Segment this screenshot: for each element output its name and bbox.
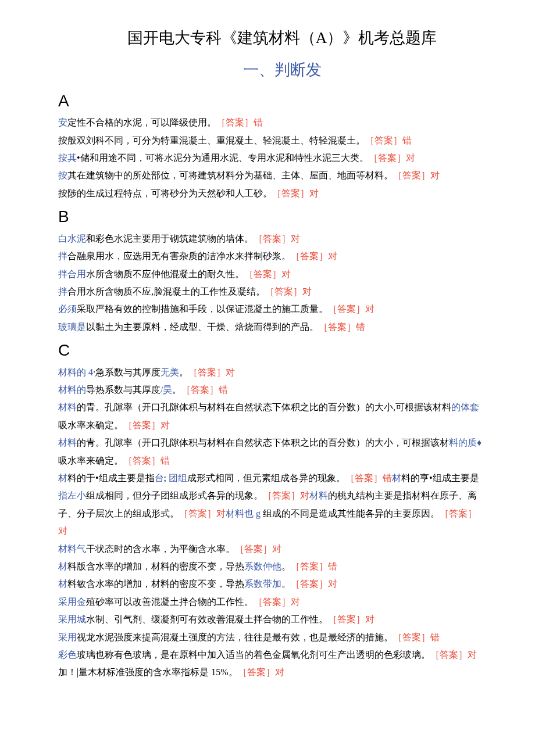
section-heading: B xyxy=(58,207,483,227)
question-line: 拌合融泉用水，应选用无有害杂质的洁净水来拌制砂浆。［答案］对 xyxy=(58,248,483,265)
question-text: 无美 xyxy=(160,367,179,377)
question-text: 安 xyxy=(58,117,67,127)
question-text: 系数仲他 xyxy=(244,561,281,571)
question-text: 殖砂率可以改善混凝土拌合物的工作性。 xyxy=(86,597,254,607)
question-text: 台 xyxy=(155,473,164,483)
question-text: 拌 xyxy=(58,286,67,296)
question-line: 必须采取严格有效的控制措施和手段，以保证混凝土的施工质量。［答案］对 xyxy=(58,300,483,318)
question-text: 材料也 g xyxy=(226,508,263,518)
question-line: 材料的导热系数与其厚度/昊。［答案］错 xyxy=(58,381,483,399)
answer-text: ［答案］对 xyxy=(291,251,337,261)
answer-text: ［答案］对 xyxy=(254,234,300,243)
answer-text: ［答案］对 xyxy=(265,286,312,296)
answer-text: ［答案］对 xyxy=(179,508,226,518)
question-text: 。 xyxy=(281,579,291,589)
question-text: 白水泥 xyxy=(58,234,86,243)
question-text: 的青。孔隙率（开口孔隙体积与材料在自然状态下体积之比的百分数）的大小，可根据该材 xyxy=(77,438,449,447)
question-text: 按般 xyxy=(58,135,77,145)
question-text: 加！|量木材标准强度的含水率指标是 15%。 xyxy=(58,667,238,677)
section-heading: C xyxy=(58,341,483,360)
answer-text: ［答案］错 xyxy=(181,385,228,395)
answer-text: ［答案］对 xyxy=(254,597,300,607)
question-text: 材料 xyxy=(58,402,77,412)
question-line: 材料的 4·急系数与其厚度无美。［答案］对 xyxy=(58,364,483,381)
question-text: 材料 xyxy=(58,438,77,447)
question-text: 材料的 4 xyxy=(58,367,93,377)
question-text: 和彩色水泥主要用于砌筑建筑物的墙体。 xyxy=(86,234,254,243)
question-text: 材料气 xyxy=(58,544,86,554)
question-text: 必须 xyxy=(58,304,77,314)
answer-text: ［答案］对 xyxy=(328,304,374,314)
question-text: 料敏含水率的增加，材料的密度不变，导热 xyxy=(67,579,244,589)
section-heading: A xyxy=(58,91,483,111)
question-line: 材料版含水率的增加，材料的密度不变，导热系数仲他。［答案］错 xyxy=(58,558,483,575)
question-text: •储和用途不同，可将水泥分为通用水泥、专用水泥和特性水泥三大类。 xyxy=(77,153,369,163)
question-line: 玻璃是以黏土为主要原料，经成型、干燥、焙烧而得到的产品。［答案］错 xyxy=(58,318,483,336)
answer-text: ［答案］错 xyxy=(291,561,337,571)
question-text: 按 xyxy=(58,170,67,180)
question-text: 拌 xyxy=(58,251,67,261)
question-line: 材料气干状态时的含水率，为平衡含水率。［答案］对 xyxy=(58,540,483,558)
question-text: 材料的 xyxy=(58,385,86,395)
answer-text: ［答案］对 xyxy=(238,667,284,677)
question-text: 组成相同，但分子团组成形式各异的现象。 xyxy=(86,490,263,500)
answer-text: ［答案］对 xyxy=(188,367,235,377)
question-text: 合用水所含物质不应,脸混凝土的工作性及凝结。 xyxy=(67,286,265,296)
answer-text: ［答案］对 xyxy=(263,490,309,500)
answer-text: ［答案］对 xyxy=(291,579,337,589)
question-line: 按其在建筑物中的所处部位，可将建筑材料分为基础、主体、屋面、地面等材料。［答案］… xyxy=(58,167,483,184)
question-text: 。 xyxy=(179,367,188,377)
question-text: 吸水率来确定。 xyxy=(58,420,123,430)
answer-text: ［答案］错 xyxy=(123,456,170,465)
question-text: 料的于•组成主要是指 xyxy=(67,473,155,483)
question-line: 采用视龙水泥强度来提高混凝土强度的方法，往往是最有效，也是最经济的措施。［答案］… xyxy=(58,629,483,646)
question-line: 按陟的生成过程特点，可将砂分为天然砂和人工砂。［答案］对 xyxy=(58,185,483,202)
question-line: 白水泥和彩色水泥主要用于砌筑建筑物的墙体。［答案］对 xyxy=(58,230,483,248)
question-text: 组成的不同是造成其性能各异的主要原因。 xyxy=(263,508,440,518)
question-line: 按其•储和用途不同，可将水泥分为通用水泥、专用水泥和特性水泥三大类。［答案］对 xyxy=(58,149,483,167)
question-text: 采用金 xyxy=(58,597,86,607)
question-text: 系数带加 xyxy=(244,579,281,589)
answer-text: ［答案］错 xyxy=(319,322,365,332)
answer-text: ［答案］错 xyxy=(216,117,263,127)
question-text: 材料 xyxy=(309,490,328,500)
question-text: 按陟 xyxy=(58,188,77,198)
answer-text: ［答案］对 xyxy=(123,420,170,430)
question-text: 材 xyxy=(392,473,401,483)
answer-text: ［答案］对 xyxy=(244,269,291,279)
question-line: 采用金殖砂率可以改善混凝土拌合物的工作性。［答案］对 xyxy=(58,593,483,611)
question-text: 彩色 xyxy=(58,650,77,660)
question-text: 料的质♦ xyxy=(449,438,482,447)
question-text: 的体套 xyxy=(451,402,479,412)
page-subtitle: 一、判断发 xyxy=(58,55,483,85)
question-text: 料的亨•组成主要是 xyxy=(401,473,479,483)
answer-text: ［答案］对 xyxy=(328,614,374,624)
question-line: 材料的青。孔隙率（开口孔隙体积与材料在自然状态下体积之比的百分数）的大小,可根据… xyxy=(58,399,483,434)
question-text: 。 xyxy=(281,561,291,571)
question-text: 水制、引气剂、缓凝剂可有效改善混凝土拌合物的工作性。 xyxy=(86,614,328,624)
page-title: 国开电大专科《建筑材料（A）》机考总题库 xyxy=(58,23,483,53)
question-list: A安定性不合格的水泥，可以降级使用。［答案］错按般双刘科不同，可分为特重混凝土、… xyxy=(58,91,483,682)
question-text: 按其 xyxy=(58,153,77,163)
answer-text: ［答案］对 xyxy=(430,650,477,660)
question-text: 玻璃是 xyxy=(58,322,86,332)
answer-text: ［答案］错 xyxy=(393,632,440,642)
question-text: 拌合用 xyxy=(58,269,86,279)
question-text: 的生成过程特点，可将砂分为天然砂和人工砂。 xyxy=(77,188,272,198)
question-text: 团组 xyxy=(169,473,187,483)
question-text: 导热系数与其厚度 xyxy=(86,385,160,395)
question-text: 的青。孔隙率（开口孔隙体积与材料在自然状态下体积之比的百分数）的大小,可根据该材… xyxy=(77,402,451,412)
question-text: 成形式相同，但元素组成各异的现象。 xyxy=(187,473,345,483)
question-text: ; xyxy=(164,473,169,483)
answer-text: ［答案］对 xyxy=(369,153,415,163)
question-line: 按般双刘科不同，可分为特重混凝土、重混凝土、轻混凝土、特轻混凝土。［答案］错 xyxy=(58,132,483,149)
question-text: 采取严格有效的控制措施和手段，以保证混凝土的施工质量。 xyxy=(77,304,328,314)
answer-text: ［答案］错 xyxy=(365,135,412,145)
answer-text: ［答案］对 xyxy=(235,544,281,554)
question-text: 以黏土为主要原料，经成型、干燥、焙烧而得到的产品。 xyxy=(86,322,319,332)
question-line: 采用城水制、引气剂、缓凝剂可有效改善混凝土拌合物的工作性。［答案］对 xyxy=(58,611,483,628)
question-text: 指左小 xyxy=(58,490,86,500)
question-text: 干状态时的含水率，为平衡含水率。 xyxy=(86,544,235,554)
question-text: 视龙水泥强度来提高混凝土强度的方法，往往是最有效，也是最经济的措施。 xyxy=(77,632,393,642)
answer-text: ［答案］错 xyxy=(345,473,392,483)
